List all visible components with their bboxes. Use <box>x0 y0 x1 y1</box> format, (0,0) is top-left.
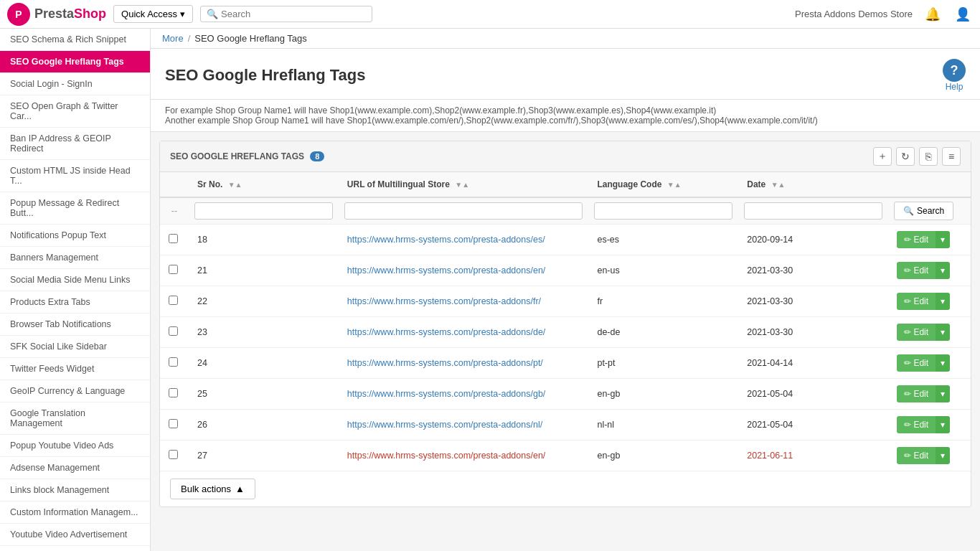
sidebar-item[interactable]: Links block Management <box>0 479 150 501</box>
sort-icons-lang[interactable]: ▼▲ <box>667 181 682 189</box>
sidebar-item[interactable]: Social Media Side Menu Links <box>0 269 150 291</box>
table-row: 22 https://www.hrms-systems.com/presta-a… <box>160 286 971 317</box>
export-icon-button[interactable]: ⎘ <box>919 147 938 166</box>
filter-lang-input[interactable] <box>594 202 732 220</box>
row-actions: ✏ Edit ▾ <box>888 441 971 471</box>
sidebar-item[interactable]: Adsense Management <box>0 457 150 479</box>
page-title: SEO Google Hreflang Tags <box>165 66 366 85</box>
row-url: https://www.hrms-systems.com/presta-addo… <box>339 379 589 410</box>
row-id: 26 <box>189 410 339 441</box>
edit-dropdown-button[interactable]: ▾ <box>936 416 950 433</box>
sidebar-item[interactable]: Notifications Popup Text <box>0 225 150 247</box>
edit-button[interactable]: ✏ Edit <box>897 324 936 341</box>
sidebar-item[interactable]: Youtube Video Advertisement <box>0 524 150 546</box>
row-checkbox[interactable] <box>169 419 178 428</box>
row-id: 27 <box>189 441 339 471</box>
row-checkbox[interactable] <box>169 234 178 243</box>
sort-icons-sr[interactable]: ▼▲ <box>228 181 242 189</box>
breadcrumb: More / SEO Google Hreflang Tags <box>151 29 980 49</box>
edit-button[interactable]: ✏ Edit <box>897 293 936 310</box>
sidebar-item[interactable]: Popup Youtube Video Ads <box>0 435 150 457</box>
row-actions: ✏ Edit ▾ <box>888 225 971 255</box>
sidebar-item[interactable]: Banners Management <box>0 247 150 269</box>
sidebar-item[interactable]: Browser Tab Notifications <box>0 314 150 336</box>
sidebar-item[interactable]: Google Translation Management <box>0 402 150 435</box>
sidebar-item[interactable]: SEO Open Graph & Twitter Car... <box>0 95 150 128</box>
row-date: 2021-04-14 <box>738 348 888 379</box>
sidebar-item[interactable]: SEO Schema & Rich Snippet <box>0 29 150 51</box>
sidebar-item[interactable]: Twitter Feeds Widget <box>0 358 150 380</box>
row-date: 2021-06-11 <box>738 441 888 471</box>
top-nav-right: Presta Addons Demos Store 🔔 👤 <box>795 4 973 24</box>
sidebar-item[interactable]: Custom HTML JS inside Head T... <box>0 160 150 192</box>
edit-dropdown-button[interactable]: ▾ <box>936 293 950 310</box>
sidebar-item[interactable]: GeoIP Currency & Language <box>0 380 150 402</box>
edit-dropdown-button[interactable]: ▾ <box>936 447 950 464</box>
edit-button[interactable]: ✏ Edit <box>897 354 936 372</box>
row-checkbox-cell <box>160 286 189 317</box>
sidebar-item[interactable]: SEO Google Hreflang Tags <box>0 51 150 73</box>
sidebar-item[interactable]: Custom Information Managem... <box>0 501 150 524</box>
row-language: en-gb <box>588 441 738 471</box>
filter-search-cell: 🔍 Search <box>888 197 971 225</box>
sidebar-item[interactable]: Ban IP Address & GEOIP Redirect <box>0 128 150 160</box>
sidebar-item[interactable]: SFK Social Like Sidebar <box>0 336 150 358</box>
store-name: Presta Addons Demos Store <box>795 9 913 19</box>
filter-url <box>339 197 589 225</box>
row-id: 25 <box>189 379 339 410</box>
info-line-1: For example Shop Group Name1 will have S… <box>165 105 966 116</box>
edit-button[interactable]: ✏ Edit <box>897 447 936 464</box>
row-checkbox[interactable] <box>169 450 178 459</box>
row-checkbox-cell <box>160 410 189 441</box>
filter-sr-input[interactable] <box>194 202 333 220</box>
filter-language <box>588 197 738 225</box>
edit-button[interactable]: ✏ Edit <box>897 385 936 402</box>
edit-dropdown-button[interactable]: ▾ <box>936 262 950 279</box>
row-url: https://www.hrms-systems.com/presta-addo… <box>339 348 589 379</box>
breadcrumb-more[interactable]: More <box>162 33 184 44</box>
chevron-up-icon: ▲ <box>235 484 245 494</box>
help-button[interactable]: ? Help <box>943 59 966 92</box>
row-checkbox[interactable] <box>169 357 178 367</box>
sidebar-item[interactable]: MP3 Audio in Background <box>0 546 150 551</box>
bell-icon[interactable]: 🔔 <box>923 4 943 24</box>
logo-icon: P <box>7 3 30 26</box>
col-language: Language Code ▼▲ <box>588 172 738 197</box>
filter-url-input[interactable] <box>344 202 583 220</box>
edit-dropdown-button[interactable]: ▾ <box>936 354 950 372</box>
edit-dropdown-button[interactable]: ▾ <box>936 231 950 248</box>
columns-icon-button[interactable]: ≡ <box>942 147 961 166</box>
refresh-icon-button[interactable]: ↻ <box>896 147 915 166</box>
sidebar: SEO Schema & Rich SnippetSEO Google Href… <box>0 29 151 551</box>
edit-button[interactable]: ✏ Edit <box>897 262 936 279</box>
add-icon-button[interactable]: ＋ <box>873 147 892 166</box>
table-toolbar: ＋ ↻ ⎘ ≡ <box>873 147 961 166</box>
filter-date-input[interactable] <box>744 202 882 220</box>
row-checkbox[interactable] <box>169 265 178 274</box>
row-checkbox[interactable] <box>169 296 178 305</box>
user-avatar[interactable]: 👤 <box>953 4 973 24</box>
edit-dropdown-button[interactable]: ▾ <box>936 385 950 402</box>
row-actions: ✏ Edit ▾ <box>888 317 971 348</box>
sidebar-item[interactable]: Popup Message & Redirect Butt... <box>0 192 150 225</box>
row-checkbox[interactable] <box>169 388 178 397</box>
sort-icons-url[interactable]: ▼▲ <box>455 181 469 189</box>
edit-dropdown-button[interactable]: ▾ <box>936 324 950 341</box>
quick-access-button[interactable]: Quick Access ▾ <box>113 5 193 23</box>
row-date: 2021-05-04 <box>738 410 888 441</box>
edit-button[interactable]: ✏ Edit <box>897 231 936 248</box>
row-checkbox-cell <box>160 225 189 255</box>
bulk-actions-button[interactable]: Bulk actions ▲ <box>170 479 255 499</box>
row-checkbox[interactable] <box>169 326 178 336</box>
sort-icons-date[interactable]: ▼▲ <box>771 181 786 189</box>
sidebar-item[interactable]: Products Extra Tabs <box>0 291 150 314</box>
row-actions: ✏ Edit ▾ <box>888 286 971 317</box>
sidebar-item[interactable]: Social Login - SignIn <box>0 73 150 95</box>
top-search-input[interactable] <box>221 9 366 19</box>
edit-button[interactable]: ✏ Edit <box>897 416 936 433</box>
logo: P PrestaShop <box>7 3 106 26</box>
row-language: fr <box>588 286 738 317</box>
row-url: https://www.hrms-systems.com/presta-addo… <box>339 225 589 255</box>
filter-search-button[interactable]: 🔍 Search <box>894 202 953 220</box>
row-actions: ✏ Edit ▾ <box>888 348 971 379</box>
